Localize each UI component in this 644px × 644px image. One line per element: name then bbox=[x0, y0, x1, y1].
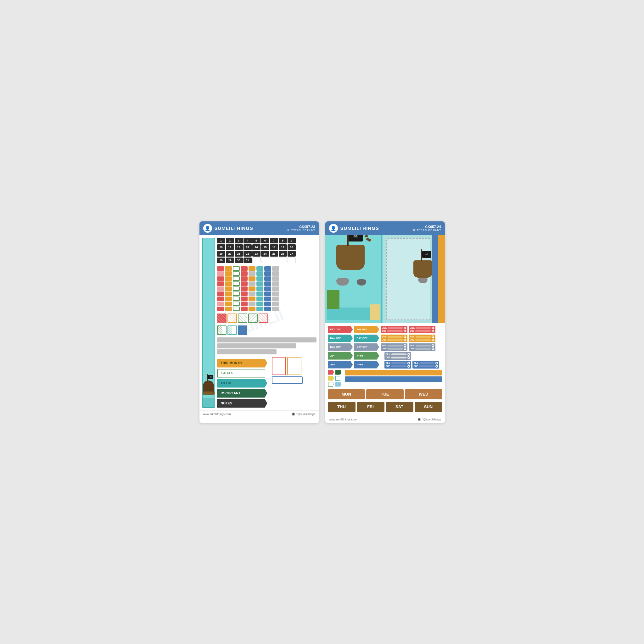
date-7: 7 bbox=[270, 238, 278, 243]
bill-circle-gr1 bbox=[404, 344, 406, 347]
bill-circle-gr2 bbox=[432, 344, 434, 347]
habit-bar-r25 bbox=[241, 286, 247, 291]
due-circle-bl1 bbox=[408, 365, 410, 368]
due-circle-o2 bbox=[432, 339, 434, 341]
appt-row-2: APPT APPT BILL DUE bbox=[328, 361, 442, 369]
bill-line-1 bbox=[388, 327, 403, 329]
day-tue: TUE bbox=[366, 389, 404, 399]
habit-col-teal bbox=[256, 266, 263, 311]
ship-base bbox=[202, 391, 215, 395]
mini-flags-row bbox=[328, 370, 442, 387]
date-22: 22 bbox=[243, 251, 252, 257]
card2-footer: www.sumlilthings.com 🔳 f @sumlilthings bbox=[325, 416, 445, 423]
habit-col-red2 bbox=[241, 266, 247, 311]
appt-flag-2: APPT bbox=[354, 352, 380, 360]
water-decor bbox=[203, 398, 214, 407]
date-6: 6 bbox=[261, 238, 269, 243]
logo-icon-1: 👤 bbox=[203, 224, 212, 233]
long-bar-orange bbox=[345, 370, 442, 375]
habit-bar-b5 bbox=[264, 286, 271, 291]
bill-circle-bl2 bbox=[436, 362, 438, 364]
shape-red-diag-2 bbox=[258, 314, 268, 323]
due-line-o1 bbox=[387, 339, 403, 341]
diag-pattern-3 bbox=[238, 314, 247, 322]
diag-pattern bbox=[217, 314, 226, 323]
due-label-o1: DUE bbox=[382, 339, 406, 341]
habit-bar-r27 bbox=[241, 297, 247, 301]
habit-bar-t8 bbox=[256, 302, 263, 306]
date-25: 25 bbox=[270, 251, 278, 257]
ship-scene-left: ☠ bbox=[327, 238, 380, 320]
date-20: 20 bbox=[226, 251, 234, 257]
left-strip-1: ☠ bbox=[202, 238, 215, 408]
due-circle-r2 bbox=[432, 330, 434, 332]
date-11: 11 bbox=[226, 244, 234, 250]
main-mast bbox=[347, 235, 349, 246]
date-13: 13 bbox=[243, 244, 252, 250]
date-26: 26 bbox=[279, 251, 287, 257]
footer-social-1: 🔳 f @sumlilthings bbox=[291, 413, 315, 416]
bill-box-orange-1: BILL DUE bbox=[381, 335, 408, 342]
date-17: 17 bbox=[279, 244, 287, 250]
flag-2: ☠ bbox=[422, 251, 431, 258]
date-14: 14 bbox=[252, 244, 260, 250]
footer-social-2: 🔳 f @sumlilthings bbox=[418, 418, 441, 421]
partial-bars bbox=[217, 337, 316, 354]
habit-bar-g6 bbox=[233, 291, 240, 296]
logo-icon-2: 👤 bbox=[329, 224, 338, 233]
bill-line-gr2 bbox=[416, 345, 430, 347]
bill-circle-o1 bbox=[404, 336, 406, 338]
bill-row-bl1: BILL bbox=[386, 362, 410, 364]
header-left-1: 👤 SUMLILTHINGS bbox=[203, 224, 253, 233]
debris-1 bbox=[366, 237, 371, 241]
bill-circle-r2 bbox=[432, 327, 434, 329]
ship-flag: ☠ bbox=[208, 375, 213, 379]
habit-bar-b6 bbox=[264, 291, 271, 296]
diag-pattern-2 bbox=[228, 314, 236, 322]
habit-bar-o8 bbox=[225, 302, 232, 306]
dayoff-row-1: DAY OFF DAY OFF BILL DUE bbox=[328, 335, 442, 342]
shape-green-half bbox=[217, 325, 226, 335]
habit-bar-m8 bbox=[248, 302, 255, 306]
partial-bar-gray-2 bbox=[217, 343, 297, 348]
habit-bar-m5 bbox=[248, 286, 255, 291]
habit-bar-r6 bbox=[217, 291, 224, 296]
due-label-r2: DUE bbox=[410, 330, 434, 332]
date-29: 29 bbox=[226, 258, 234, 263]
habit-bar-m2 bbox=[248, 271, 255, 276]
footer-website-2: www.sumlilthings.com bbox=[329, 418, 357, 421]
habit-bar-o2 bbox=[225, 271, 232, 276]
habit-bar-r4 bbox=[217, 281, 224, 286]
habit-bar-gy3 bbox=[272, 276, 279, 281]
due-circle-o1 bbox=[404, 339, 406, 341]
bill-line-bl2 bbox=[419, 362, 434, 364]
bill-circle-o2 bbox=[432, 336, 434, 338]
habit-bar-gy9 bbox=[272, 307, 279, 311]
bill-box-blue-2: BILL DUE bbox=[413, 361, 439, 369]
date-9: 9 bbox=[287, 238, 296, 243]
date-18: 18 bbox=[287, 244, 296, 250]
habit-bar-b2 bbox=[264, 271, 271, 276]
due-row-bl2: DUE bbox=[414, 365, 438, 368]
habit-bar-g7 bbox=[233, 297, 240, 301]
habit-bar-g4 bbox=[233, 281, 240, 286]
date-4: 4 bbox=[243, 238, 252, 243]
mini-flag-lightblue bbox=[336, 382, 342, 387]
beach bbox=[370, 304, 380, 320]
due-line-bl2 bbox=[419, 365, 434, 367]
mini-flag-darkgreen bbox=[336, 370, 342, 375]
goals-label: GOALS bbox=[217, 369, 267, 378]
habit-bar-m7 bbox=[248, 297, 255, 301]
habit-bar-r3 bbox=[217, 276, 224, 281]
habit-col-blue bbox=[264, 266, 271, 311]
due-circle-gr1 bbox=[404, 347, 406, 350]
bill-line-o2 bbox=[416, 336, 430, 338]
habit-bar-gy4 bbox=[272, 281, 279, 286]
habit-bar-r24 bbox=[241, 281, 247, 286]
habit-bar-r8 bbox=[217, 302, 224, 306]
card1-right: 1 2 3 4 5 6 7 8 9 10 11 12 bbox=[217, 238, 316, 408]
ship-body-2: ☠ bbox=[414, 260, 432, 278]
orange-side-strip bbox=[438, 235, 445, 323]
mini-flag-yellow bbox=[328, 376, 334, 381]
due-line-bl1 bbox=[391, 365, 406, 367]
